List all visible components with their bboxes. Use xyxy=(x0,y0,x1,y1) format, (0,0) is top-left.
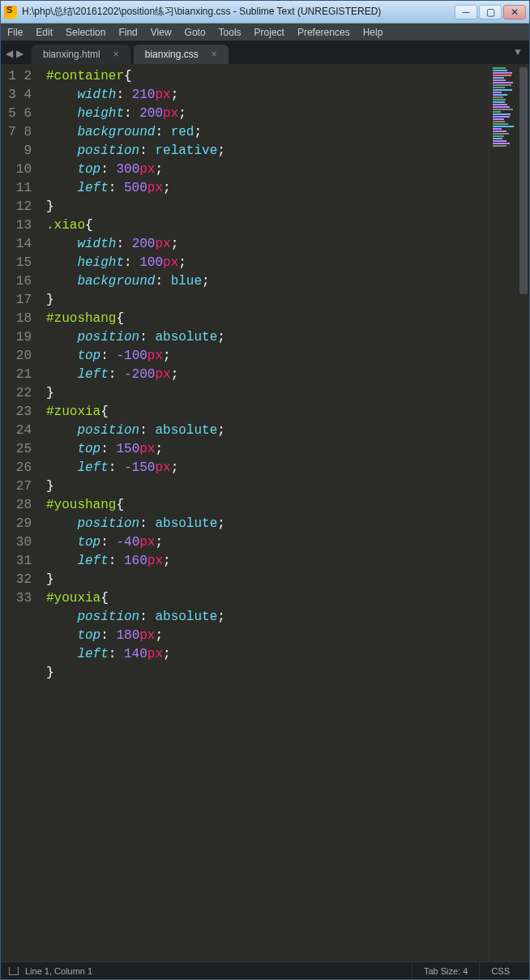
tab-history-arrows[interactable]: ◀ ▶ xyxy=(6,48,24,59)
tab-overflow-icon[interactable]: ▼ xyxy=(513,46,523,58)
code-line: height: 200px; xyxy=(46,105,489,123)
code-line: top: 150px; xyxy=(46,440,489,459)
menu-edit[interactable]: Edit xyxy=(36,27,53,38)
editor-area: 1 2 3 4 5 6 7 8 9 10 11 12 13 14 15 16 1… xyxy=(1,64,529,961)
tab-bianxing-css[interactable]: bianxing.css × xyxy=(134,45,229,64)
code-line: #zuoxia{ xyxy=(46,403,489,422)
code-line: } xyxy=(46,664,489,683)
code-line: position: relative; xyxy=(46,142,489,160)
code-line: } xyxy=(46,384,489,403)
tab-close-icon[interactable]: × xyxy=(212,49,217,60)
status-syntax[interactable]: CSS xyxy=(479,962,521,979)
window-title: H:\php\总结\20161202\position练习\bianxing.c… xyxy=(22,5,381,19)
code-line: left: -200px; xyxy=(46,366,489,384)
code-line: position: absolute; xyxy=(46,608,489,627)
window-controls: ─ ▢ ✕ xyxy=(455,5,526,19)
code-line: top: -40px; xyxy=(46,533,489,552)
code-line: height: 100px; xyxy=(46,254,489,272)
code-line: background: red; xyxy=(46,123,489,142)
panel-switcher-icon[interactable] xyxy=(9,967,19,975)
code-line: #youxia{ xyxy=(46,589,489,608)
line-number-gutter: 1 2 3 4 5 6 7 8 9 10 11 12 13 14 15 16 1… xyxy=(1,64,40,961)
window-titlebar: H:\php\总结\20161202\position练习\bianxing.c… xyxy=(1,1,529,24)
code-line: left: 160px; xyxy=(46,552,489,571)
code-line: position: absolute; xyxy=(46,328,489,347)
menu-goto[interactable]: Goto xyxy=(185,27,206,38)
vertical-scrollbar[interactable] xyxy=(518,64,529,961)
code-line: width: 200px; xyxy=(46,235,489,254)
status-tab-size[interactable]: Tab Size: 4 xyxy=(412,962,479,979)
tab-close-icon[interactable]: × xyxy=(113,49,119,60)
code-line: #container{ xyxy=(46,67,489,86)
menu-bar: File Edit Selection Find View Goto Tools… xyxy=(1,24,529,41)
code-line: } xyxy=(46,291,489,310)
menu-help[interactable]: Help xyxy=(363,27,383,38)
tab-bar: ◀ ▶ bianxing.html × bianxing.css × ▼ xyxy=(1,41,529,64)
code-line: #youshang{ xyxy=(46,496,489,515)
menu-tools[interactable]: Tools xyxy=(219,27,241,38)
code-line: background: blue; xyxy=(46,272,489,291)
status-cursor-position[interactable]: Line 1, Column 1 xyxy=(25,966,92,976)
code-line: top: 300px; xyxy=(46,160,489,179)
code-line: } xyxy=(46,477,489,496)
tab-back-icon[interactable]: ◀ xyxy=(6,48,13,59)
menu-view[interactable]: View xyxy=(151,27,172,38)
status-bar: Line 1, Column 1 Tab Size: 4 CSS xyxy=(1,961,529,979)
maximize-button[interactable]: ▢ xyxy=(479,5,502,19)
code-editor[interactable]: #container{ width: 210px; height: 200px;… xyxy=(40,64,489,961)
tab-bianxing-html[interactable]: bianxing.html × xyxy=(32,45,130,64)
code-line: top: 180px; xyxy=(46,627,489,645)
minimap[interactable] xyxy=(489,64,518,961)
minimize-button[interactable]: ─ xyxy=(455,5,477,19)
scrollbar-thumb[interactable] xyxy=(519,67,528,294)
app-icon xyxy=(4,6,17,19)
menu-project[interactable]: Project xyxy=(254,27,284,38)
menu-file[interactable]: File xyxy=(7,27,23,38)
tab-forward-icon[interactable]: ▶ xyxy=(16,48,24,59)
close-button[interactable]: ✕ xyxy=(503,5,526,19)
tab-label: bianxing.css xyxy=(145,49,199,60)
code-line: } xyxy=(46,571,489,589)
code-line: left: 500px; xyxy=(46,179,489,198)
menu-find[interactable]: Find xyxy=(118,27,137,38)
code-line: position: absolute; xyxy=(46,515,489,533)
code-line: left: 140px; xyxy=(46,645,489,664)
code-line: #zuoshang{ xyxy=(46,310,489,328)
code-line: left: -150px; xyxy=(46,459,489,477)
code-line: } xyxy=(46,198,489,216)
menu-selection[interactable]: Selection xyxy=(66,27,105,38)
code-line: width: 210px; xyxy=(46,86,489,105)
code-line: top: -100px; xyxy=(46,347,489,366)
code-line: .xiao{ xyxy=(46,216,489,235)
menu-preferences[interactable]: Preferences xyxy=(297,27,350,38)
code-line: position: absolute; xyxy=(46,422,489,440)
tab-label: bianxing.html xyxy=(43,49,100,60)
